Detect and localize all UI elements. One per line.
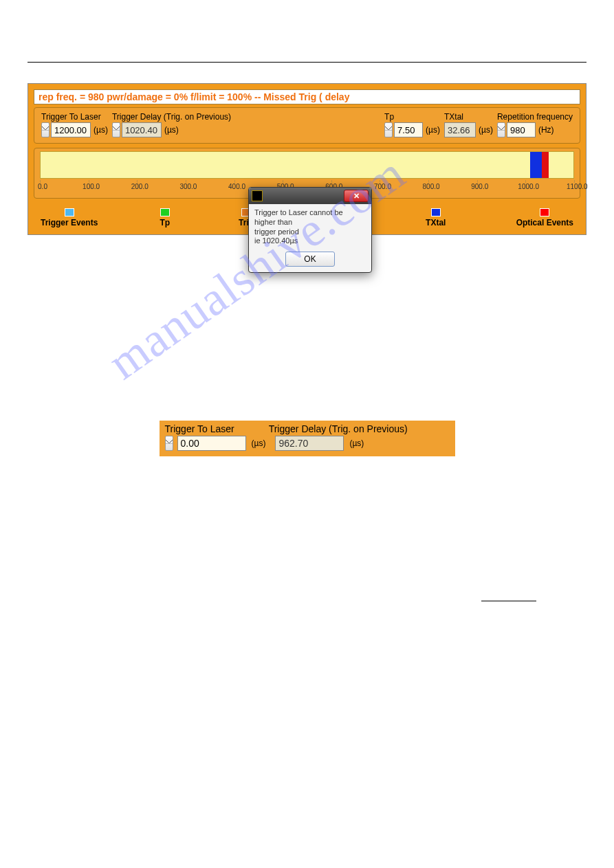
axis-tick: 200.0 bbox=[129, 183, 150, 190]
legend-label-optical: Optical Events bbox=[516, 218, 573, 227]
timeline-event-txtal bbox=[530, 152, 542, 178]
ok-button[interactable]: OK bbox=[285, 252, 335, 267]
legend-optical: Optical Events bbox=[516, 208, 573, 227]
unit-trigger-to-laser: (µs) bbox=[94, 125, 108, 135]
stepper-trigger-to-laser[interactable] bbox=[41, 122, 50, 137]
field-rep-freq: Repetition frequency (Hz) bbox=[497, 112, 573, 137]
axis-tick: 1000.0 bbox=[518, 183, 538, 190]
legend-trigger-events: Trigger Events bbox=[41, 208, 98, 227]
unit-trigger-delay: (µs) bbox=[164, 125, 179, 135]
axis-tick: 700.0 bbox=[372, 183, 393, 190]
axis-tick: 100.0 bbox=[81, 183, 102, 190]
axis-tick: 1100.0 bbox=[567, 183, 587, 190]
input-tp[interactable] bbox=[394, 122, 423, 137]
dialog-body: Trigger to Laser cannot be higher than t… bbox=[249, 204, 371, 249]
input-rep-freq[interactable] bbox=[507, 122, 536, 137]
stepper-trigger-delay[interactable] bbox=[112, 122, 120, 137]
axis-tick: 300.0 bbox=[178, 183, 199, 190]
dialog-line2: trigger period bbox=[254, 227, 366, 237]
mini-label-td: Trigger Delay (Trig. on Previous) bbox=[269, 423, 408, 434]
dialog-titlebar[interactable]: ✕ bbox=[249, 188, 371, 204]
error-dialog: ✕ Trigger to Laser cannot be higher than… bbox=[248, 187, 372, 273]
field-trigger-to-laser: Trigger To Laser (µs) bbox=[41, 112, 108, 137]
label-rep-freq: Repetition frequency bbox=[497, 112, 573, 122]
input-trigger-to-laser[interactable] bbox=[51, 122, 91, 137]
footer-rule bbox=[481, 601, 536, 601]
close-icon[interactable]: ✕ bbox=[344, 190, 369, 202]
stepper-rep-freq[interactable] bbox=[497, 122, 505, 137]
mini-stepper-ttl[interactable] bbox=[165, 436, 173, 451]
field-txtal: TXtal (µs) bbox=[444, 112, 493, 137]
mini-unit-td: (µs) bbox=[349, 438, 364, 448]
swatch-red bbox=[540, 208, 549, 216]
label-trigger-to-laser: Trigger To Laser bbox=[41, 112, 108, 122]
axis-tick: 900.0 bbox=[470, 183, 490, 190]
legend-label-trigger-events: Trigger Events bbox=[41, 218, 98, 227]
label-tp: Tp bbox=[384, 112, 440, 122]
swatch-green bbox=[160, 208, 170, 216]
input-trigger-delay bbox=[122, 122, 162, 137]
axis-tick: 800.0 bbox=[421, 183, 441, 190]
inputs-panel: Trigger To Laser (µs) Trigger Delay (Tri… bbox=[34, 107, 580, 144]
legend-tp: Tp bbox=[160, 208, 170, 227]
app-icon bbox=[252, 190, 263, 201]
legend-label-tp: Tp bbox=[160, 218, 170, 227]
mini-input-td bbox=[275, 436, 344, 451]
axis-tick: 0.0 bbox=[32, 183, 53, 190]
label-txtal: TXtal bbox=[444, 112, 493, 122]
mini-label-ttl: Trigger To Laser bbox=[165, 423, 234, 434]
top-rule bbox=[28, 62, 586, 63]
swatch-blue bbox=[431, 208, 441, 216]
timeline-event-optical bbox=[542, 152, 548, 178]
mini-input-ttl[interactable] bbox=[177, 436, 246, 451]
mini-trigger-panel: Trigger To Laser Trigger Delay (Trig. on… bbox=[160, 421, 455, 456]
field-trigger-delay: Trigger Delay (Trig. on Previous) (µs) bbox=[112, 112, 231, 137]
dialog-line1: Trigger to Laser cannot be higher than bbox=[254, 208, 366, 227]
unit-rep-freq: (Hz) bbox=[538, 125, 554, 135]
dialog-line3: ie 1020.40µs bbox=[254, 236, 366, 246]
field-tp: Tp (µs) bbox=[384, 112, 440, 137]
unit-tp: (µs) bbox=[426, 125, 440, 135]
swatch-cyan bbox=[65, 208, 74, 216]
timeline bbox=[40, 151, 574, 179]
input-txtal bbox=[444, 122, 476, 137]
trigger-config-panel: rep freq. = 980 pwr/damage = 0% f/limit … bbox=[28, 83, 586, 235]
legend-txtal: TXtal bbox=[426, 208, 446, 227]
mini-unit-ttl: (µs) bbox=[252, 438, 266, 448]
status-bar: rep freq. = 980 pwr/damage = 0% f/limit … bbox=[34, 89, 580, 104]
stepper-tp[interactable] bbox=[384, 122, 393, 137]
axis-tick: 400.0 bbox=[227, 183, 248, 190]
label-trigger-delay: Trigger Delay (Trig. on Previous) bbox=[112, 112, 231, 122]
unit-txtal: (µs) bbox=[479, 125, 493, 135]
legend-label-txtal: TXtal bbox=[426, 218, 446, 227]
